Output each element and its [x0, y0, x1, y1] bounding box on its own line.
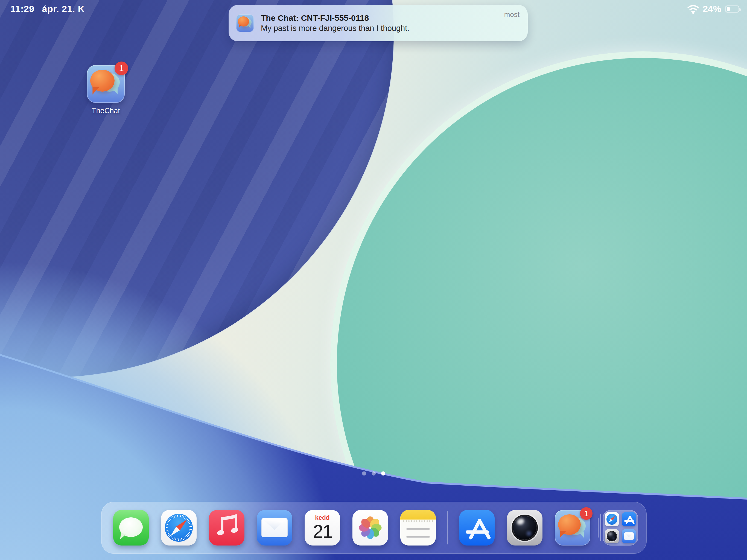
dock-app-notes[interactable]: [400, 510, 436, 545]
clock: 11:29: [10, 4, 34, 14]
notification-time: most: [504, 10, 519, 19]
battery-icon: [725, 5, 739, 12]
battery-percent: 24%: [703, 4, 721, 14]
dock-separator: [447, 511, 448, 544]
mini-safari-icon[interactable]: [605, 512, 619, 526]
wifi-icon: [687, 4, 699, 14]
status-right: 24%: [687, 4, 739, 14]
calendar-day: 21: [313, 522, 332, 541]
notification-body: My past is more dangerous than I thought…: [261, 23, 409, 33]
dock-app-mail[interactable]: [257, 510, 292, 545]
photos-flower-icon: [356, 513, 384, 542]
calendar-weekday: kedd: [315, 514, 330, 521]
dock-app-camera[interactable]: [507, 510, 542, 545]
dock-app-music[interactable]: [209, 510, 244, 545]
page-dot-1[interactable]: [362, 472, 366, 476]
home-app-thechat[interactable]: 1 TheChat: [87, 65, 125, 115]
thechat-app-icon[interactable]: 1: [87, 65, 125, 103]
notification-text: The Chat: CNT-FJI-555-0118 My past is mo…: [261, 13, 409, 33]
notification-banner[interactable]: The Chat: CNT-FJI-555-0118 My past is mo…: [229, 5, 528, 41]
notes-header-icon: [400, 510, 436, 519]
dock-app-appstore[interactable]: [459, 510, 495, 545]
battery-nub: [739, 8, 741, 11]
appstore-a-icon: [459, 510, 495, 545]
dock-app-library[interactable]: [602, 510, 638, 545]
page-dot-3-active[interactable]: [381, 472, 385, 476]
chat-bubbles-icon: [236, 15, 254, 32]
camera-lens-icon: [513, 516, 537, 539]
ipad-home-screen: 11:29 ápr. 21. K 24%: [0, 0, 747, 560]
messages-bubble-icon: [119, 517, 143, 537]
envelope-icon: [261, 518, 288, 537]
dock-app-calendar[interactable]: kedd 21: [305, 510, 340, 545]
dock-app-safari[interactable]: [161, 510, 197, 545]
dock-app-photos[interactable]: [353, 510, 388, 545]
notification-badge: 1: [114, 61, 128, 75]
status-left: 11:29 ápr. 21. K: [10, 4, 85, 14]
date: ápr. 21. K: [42, 4, 85, 14]
music-note-icon: [209, 510, 244, 545]
page-dots[interactable]: [362, 472, 385, 476]
page-dot-2[interactable]: [371, 472, 376, 476]
mini-appstore-icon[interactable]: [622, 512, 636, 526]
app-label: TheChat: [87, 107, 125, 115]
mini-camera-icon[interactable]: [605, 529, 619, 543]
thechat-app-icon: [236, 15, 254, 32]
dock: kedd 21: [101, 502, 647, 554]
battery-fill: [727, 7, 730, 11]
dock-app-messages[interactable]: [113, 510, 149, 545]
mini-mail-icon[interactable]: [622, 529, 636, 543]
notification-badge: 1: [580, 507, 593, 520]
notification-title: The Chat: CNT-FJI-555-0118: [261, 13, 409, 23]
dock-app-thechat[interactable]: 1: [555, 510, 590, 545]
